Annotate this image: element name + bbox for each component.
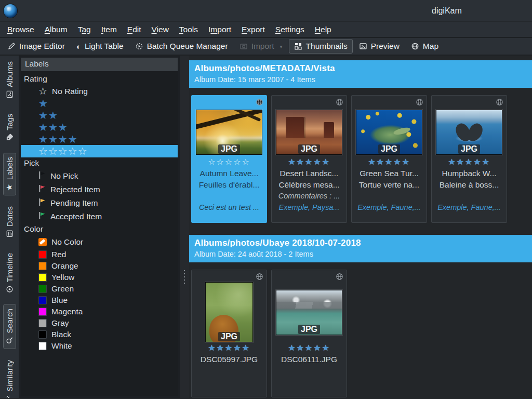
album-1-items: JPG ☆☆☆☆☆ Autumn Leave... Feuilles d'éra… — [189, 88, 532, 223]
flag-green-icon — [38, 211, 46, 222]
clock-icon — [5, 285, 14, 294]
star-icon: ★★★ — [38, 122, 68, 132]
thumbnail-image: JPG — [356, 110, 422, 155]
photo-card-dsc06111[interactable]: JPG ★★★★★ DSC06111.JPG — [271, 270, 347, 397]
tab-similarity[interactable]: Similarity — [3, 356, 16, 398]
menu-album[interactable]: Album — [39, 23, 73, 36]
camera-import-icon — [240, 42, 248, 50]
menu-edit[interactable]: Edit — [122, 23, 147, 36]
color-row-blue[interactable]: Blue — [21, 295, 178, 306]
light-table-button[interactable]: ◐ Light Table — [71, 39, 129, 54]
color-row-nocolor[interactable]: No Color — [21, 235, 178, 249]
photo-card-turtle[interactable]: JPG ★★★★★ Green Sea Tur... Tortue verte … — [351, 95, 427, 223]
item-comment: Commentaires : ... — [272, 191, 347, 202]
item-comment — [352, 191, 427, 202]
color-row-gray[interactable]: Gray — [21, 317, 178, 329]
globe-icon — [411, 42, 419, 50]
color-swatch — [38, 296, 47, 304]
splitter-handle[interactable] — [183, 270, 185, 285]
menu-view[interactable]: View — [147, 23, 174, 36]
labels-tree: Rating ☆ No Rating ★ ★★ ★★★ ★★★★ ☆☆☆☆☆ P… — [21, 71, 178, 396]
menu-tag[interactable]: Tag — [73, 23, 96, 36]
menu-browse[interactable]: Browse — [2, 23, 39, 36]
albums-icon — [5, 90, 14, 99]
item-subtitle: Célèbres mesa... — [272, 179, 347, 191]
geolocation-icon — [336, 98, 343, 108]
menu-export[interactable]: Export — [236, 23, 270, 36]
rating-row-5-selected[interactable]: ☆☆☆☆☆ — [21, 145, 178, 157]
tab-timeline[interactable]: Timeline — [3, 249, 16, 298]
color-row-orange[interactable]: Orange — [21, 260, 178, 272]
import-button: Import ▾ — [234, 39, 288, 54]
thumbnails-grid-icon — [294, 42, 302, 50]
menu-import[interactable]: Import — [203, 23, 236, 36]
rating-stars: ★★★★★ — [272, 343, 347, 354]
preview-image-icon — [359, 42, 367, 50]
thumbnail-image: JPG — [205, 282, 253, 342]
color-row-white[interactable]: White — [21, 340, 178, 352]
star-icon: ☆☆☆☆☆ — [38, 146, 88, 156]
thumbnail-image: JPG — [436, 110, 502, 155]
format-badge: JPG — [458, 144, 480, 154]
geolocation-icon — [416, 98, 423, 108]
rating-row-2[interactable]: ★★ — [21, 109, 178, 121]
album-path: Albums/photos/METADATA/Vista — [194, 63, 527, 74]
chevron-down-icon: ▾ — [280, 44, 283, 49]
tab-albums[interactable]: Albums — [3, 57, 16, 103]
menu-help[interactable]: Help — [310, 23, 337, 36]
color-swatch — [38, 308, 47, 316]
item-tags: Exemple, Faune,... — [432, 202, 507, 213]
color-swatch — [38, 342, 47, 350]
item-title: Green Sea Tur... — [352, 168, 427, 179]
color-row-red[interactable]: Red — [21, 249, 178, 260]
star-icon: ★★★★ — [38, 134, 78, 144]
thumbnails-button[interactable]: Thumbnails — [289, 39, 353, 54]
panel-splitter[interactable] — [180, 56, 189, 398]
color-row-black[interactable]: Black — [21, 329, 178, 340]
item-title: Humpback W... — [432, 168, 507, 179]
album-meta: Album Date: 24 août 2018 - 2 Items — [194, 250, 527, 258]
photo-card-desert[interactable]: JPG ★★★★★ Desert Landsc... Célèbres mesa… — [271, 95, 347, 223]
labels-panel-header: Labels — [21, 58, 178, 71]
pick-row-pending[interactable]: Pending Item — [21, 196, 178, 210]
geolocation-icon — [256, 98, 263, 108]
rating-row-3[interactable]: ★★★ — [21, 121, 178, 133]
menu-item[interactable]: Item — [96, 23, 122, 36]
tab-dates[interactable]: Dates — [3, 202, 16, 242]
tag-icon — [5, 134, 14, 142]
pick-row-accepted[interactable]: Accepted Item — [21, 210, 178, 223]
color-swatch — [38, 330, 47, 339]
color-row-green[interactable]: Green — [21, 283, 178, 295]
photo-card-autumn[interactable]: JPG ☆☆☆☆☆ Autumn Leave... Feuilles d'éra… — [191, 95, 267, 223]
pick-row-nopick[interactable]: No Pick — [21, 169, 178, 183]
color-swatch — [38, 319, 47, 327]
preview-button[interactable]: Preview — [354, 39, 405, 54]
format-badge: JPG — [298, 325, 320, 334]
batch-queue-button[interactable]: Batch Queue Manager — [130, 39, 233, 54]
calendar-icon — [5, 230, 14, 238]
geolocation-icon — [496, 98, 503, 108]
rating-row-none[interactable]: ☆ No Rating — [21, 85, 178, 97]
tab-tags[interactable]: Tags — [3, 110, 16, 146]
tab-labels[interactable]: ★ Labels — [3, 153, 16, 195]
icon-view: Albums/photos/METADATA/Vista Album Date:… — [189, 56, 532, 398]
map-button[interactable]: Map — [406, 39, 444, 54]
rating-stars: ★★★★★ — [432, 157, 507, 168]
image-editor-button[interactable]: Image Editor — [2, 39, 70, 54]
rating-stars: ★★★★★ — [192, 343, 267, 354]
photo-card-dsc05997[interactable]: JPG ★★★★★ DSC05997.JPG — [191, 270, 267, 397]
format-badge: JPG — [218, 144, 240, 154]
album-path: Albums/photos/Ubaye 2018/10-07-2018 — [194, 238, 527, 248]
color-row-magenta[interactable]: Magenta — [21, 306, 178, 317]
main-toolbar: Image Editor ◐ Light Table Batch Queue M… — [0, 38, 532, 56]
pick-row-rejected[interactable]: Rejected Item — [21, 183, 178, 196]
photo-card-whale[interactable]: JPG ★★★★★ Humpback W... Baleine à boss..… — [431, 95, 507, 223]
menu-settings[interactable]: Settings — [270, 23, 310, 36]
rating-row-1[interactable]: ★ — [21, 97, 178, 109]
item-title: DSC05997.JPG — [192, 354, 267, 365]
tab-search[interactable]: Search — [3, 304, 16, 349]
menu-tools[interactable]: Tools — [174, 23, 203, 36]
rating-row-4[interactable]: ★★★★ — [21, 133, 178, 145]
item-tags: Exemple, Paysa... — [272, 202, 347, 213]
color-row-yellow[interactable]: Yellow — [21, 272, 178, 283]
